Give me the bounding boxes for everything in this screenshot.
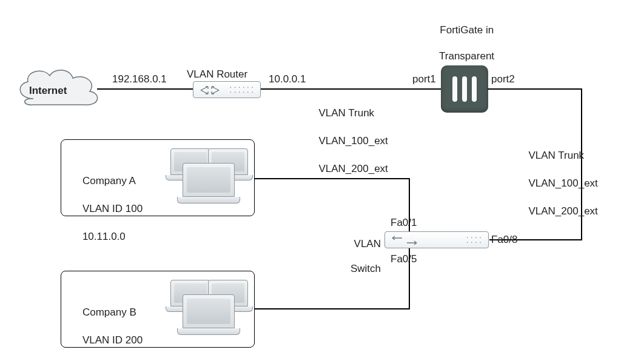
company-a-text: Company A VLAN ID 100 10.11.0.0 xyxy=(71,160,143,258)
link-router-fortigate xyxy=(261,88,441,90)
trunk1-l3: VLAN_200_ext xyxy=(318,163,388,174)
trunk2-l2: VLAN_100_ext xyxy=(528,177,597,189)
cloud-label: Internet xyxy=(29,85,67,97)
company-b-text: Company B VLAN ID 200 10.12.0.0 xyxy=(71,292,143,364)
trunk2-l1: VLAN Trunk xyxy=(528,150,584,161)
router-icon: • • • • • • • • • • • • xyxy=(193,81,261,98)
trunk1-l1: VLAN Trunk xyxy=(318,107,374,119)
label-switch-fa08: Fa0/8 xyxy=(491,233,517,246)
router-label: VLAN Router xyxy=(187,68,247,81)
link-cloud-router xyxy=(97,88,194,90)
trunk1-l2: VLAN_100_ext xyxy=(318,135,388,147)
company-a-l2: VLAN ID 100 xyxy=(82,203,143,214)
company-a-card: Company A VLAN ID 100 10.11.0.0 xyxy=(61,139,255,216)
switch-icon: • • • • • • • • xyxy=(384,231,489,248)
trunk2-l3: VLAN_200_ext xyxy=(528,205,597,217)
fortigate-title-l2: Transparent xyxy=(439,50,494,62)
label-router-fg-ip: 10.0.0.1 xyxy=(269,73,306,85)
router-arrows-icon xyxy=(197,84,223,97)
label-cloud-router-ip: 192.168.0.1 xyxy=(112,73,167,85)
switch-arrows-icon xyxy=(390,235,419,246)
company-b-l2: VLAN ID 200 xyxy=(82,334,143,346)
company-b-card: Company B VLAN ID 200 10.12.0.0 xyxy=(61,271,255,348)
link-companyA-switch xyxy=(255,177,412,233)
company-a-l1: Company A xyxy=(82,175,136,187)
company-a-l3: 10.11.0.0 xyxy=(82,231,126,242)
company-b-l1: Company B xyxy=(82,306,136,318)
fortigate-title-l1: FortiGate in xyxy=(440,24,494,36)
label-fg-port1: port1 xyxy=(412,73,436,85)
trunk1-label: VLAN Trunk VLAN_100_ext VLAN_200_ext xyxy=(313,93,388,176)
fortigate-icon xyxy=(441,65,488,113)
label-fg-port2: port2 xyxy=(491,73,515,85)
link-companyB-switch xyxy=(255,247,412,311)
trunk2-label: VLAN Trunk VLAN_100_ext VLAN_200_ext xyxy=(523,135,598,219)
